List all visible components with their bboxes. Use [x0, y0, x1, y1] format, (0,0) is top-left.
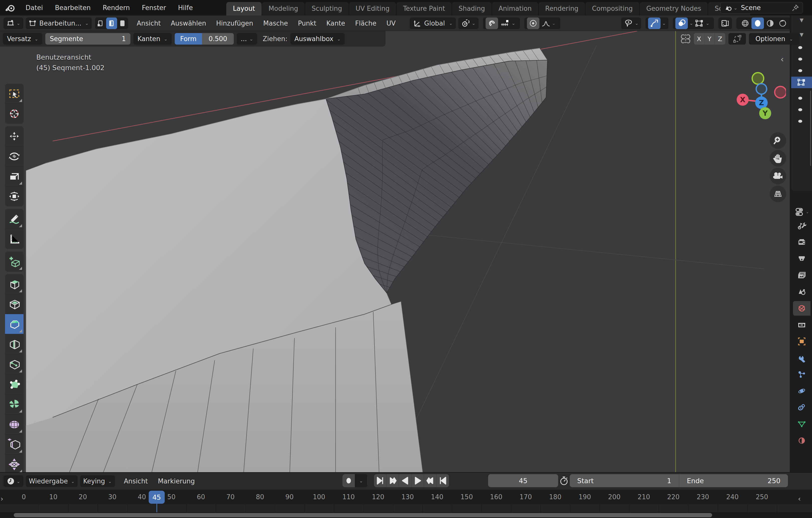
tool-annotate[interactable]: [5, 209, 24, 229]
tab-geometry-nodes[interactable]: Geometry Nodes: [640, 2, 707, 16]
vp-menu-uv[interactable]: UV: [381, 20, 401, 27]
properties-tab-collection[interactable]: [793, 318, 811, 332]
tab-modeling[interactable]: Modeling: [262, 2, 304, 16]
tool-spin[interactable]: [5, 394, 24, 414]
current-frame-field[interactable]: 45: [488, 474, 558, 487]
play-reverse-button[interactable]: [399, 474, 411, 487]
visibility-dropdown[interactable]: ⌄: [621, 18, 641, 29]
tool-extrude-region[interactable]: [5, 274, 24, 294]
tool-smooth[interactable]: [5, 414, 24, 434]
tool-scale[interactable]: [5, 166, 24, 186]
vp-menu-auswhlen[interactable]: Auswählen: [166, 20, 211, 27]
tab-shading[interactable]: Shading: [452, 2, 492, 16]
sidebar-collapse-arrow[interactable]: ‹: [780, 54, 784, 64]
navigation-gizmo[interactable]: X Z Y: [726, 51, 786, 134]
vp-menu-punkt[interactable]: Punkt: [293, 20, 321, 27]
jump-to-end-button[interactable]: [437, 474, 449, 487]
timeline-editor-button[interactable]: ⌄: [3, 475, 23, 487]
menu-bearbeiten[interactable]: Bearbeiten: [49, 2, 97, 13]
tool-poly-build[interactable]: [5, 374, 24, 394]
end-frame-field[interactable]: Ende250: [679, 474, 788, 487]
tool-cursor[interactable]: [5, 104, 24, 124]
gizmo-y-neg[interactable]: [752, 73, 764, 84]
prev-keyframe-button[interactable]: [386, 474, 399, 487]
shading-wireframe[interactable]: [739, 18, 751, 29]
properties-tab-particles[interactable]: [793, 367, 811, 382]
form-value-field[interactable]: 0.500: [202, 33, 234, 45]
outliner-selected-item[interactable]: [791, 77, 812, 88]
gizmo-x-neg[interactable]: [775, 86, 786, 98]
tool-bevel[interactable]: [5, 314, 24, 334]
xray-gizmos-dropdown[interactable]: ⌄: [693, 18, 712, 29]
shading-material[interactable]: [764, 18, 777, 29]
select-mode-face[interactable]: [117, 18, 128, 29]
timeline-right-arrow[interactable]: ‹: [798, 495, 801, 503]
properties-tab-constraints[interactable]: [793, 400, 811, 415]
shading-solid[interactable]: [751, 18, 764, 29]
tool-move[interactable]: [5, 126, 24, 146]
properties-tab-tool[interactable]: [793, 218, 811, 233]
menu-hilfe[interactable]: Hilfe: [172, 2, 199, 13]
properties-tab-world[interactable]: [793, 301, 811, 316]
editor-type-button[interactable]: ⌄: [3, 18, 23, 29]
vp-menu-kante[interactable]: Kante: [321, 20, 350, 27]
tool-select-box[interactable]: [5, 84, 24, 104]
pivot-point-dropdown[interactable]: ⌄: [458, 18, 478, 29]
correct-face-attributes-button[interactable]: [728, 33, 746, 45]
tool-knife[interactable]: [5, 354, 24, 374]
keying-set-dropdown[interactable]: ⌄: [355, 474, 368, 487]
xray-toggle[interactable]: [718, 18, 732, 29]
timeline-left-arrow[interactable]: ›: [0, 495, 3, 503]
timeline-track[interactable]: [0, 504, 812, 512]
mirror-icon[interactable]: [680, 33, 691, 44]
keying-dropdown[interactable]: Keying⌄: [80, 475, 115, 487]
snap-toggle[interactable]: [486, 18, 498, 29]
tab-layout[interactable]: Layout: [226, 2, 261, 16]
mode-dropdown[interactable]: Bearbeitun... ⌄: [26, 18, 92, 29]
properties-tab-scene[interactable]: [793, 284, 811, 299]
select-mode-edge[interactable]: [106, 18, 117, 29]
menu-rendern[interactable]: Rendern: [97, 2, 136, 13]
tool-measure[interactable]: [5, 229, 24, 249]
ortho-toggle-button[interactable]: [770, 186, 786, 202]
tab-texture-paint[interactable]: Texture Paint: [397, 2, 452, 16]
play-forward-button[interactable]: [411, 474, 424, 487]
outliner-object-dot[interactable]: [798, 108, 802, 111]
properties-tab-render[interactable]: [793, 235, 811, 249]
menu-fenster[interactable]: Fenster: [136, 2, 172, 13]
tool-add-cube[interactable]: [5, 251, 24, 272]
vp-menu-hinzufgen[interactable]: Hinzufügen: [211, 20, 258, 27]
scene-name[interactable]: Scene: [741, 4, 791, 11]
blender-logo-icon[interactable]: [4, 2, 16, 13]
pan-button[interactable]: [770, 150, 786, 167]
bevel-preset-dropdown[interactable]: Versatz⌄: [3, 33, 42, 45]
orientation-dropdown[interactable]: Global ⌄: [410, 18, 456, 29]
mirror-axis-z[interactable]: Z: [715, 33, 725, 45]
use-preview-range-button[interactable]: [558, 476, 570, 486]
tab-rendering[interactable]: Rendering: [539, 2, 585, 16]
auto-key-button[interactable]: [342, 474, 355, 487]
properties-tab-object[interactable]: [793, 334, 811, 349]
gizmo-z-neg[interactable]: [756, 84, 767, 94]
options-dropdown[interactable]: Optionen⌄: [749, 33, 800, 45]
tab-uv-editing[interactable]: UV Editing: [349, 2, 396, 16]
tool-loop-cut[interactable]: [5, 334, 24, 354]
tab-animation[interactable]: Animation: [492, 2, 539, 16]
camera-view-button[interactable]: [770, 168, 786, 184]
shading-rendered[interactable]: [777, 18, 789, 29]
next-keyframe-button[interactable]: [424, 474, 437, 487]
mirror-axis-y[interactable]: Y: [704, 33, 715, 45]
show-gizmo-toggle[interactable]: [648, 18, 661, 29]
tool-edge-slide[interactable]: [5, 434, 24, 454]
properties-tab-output[interactable]: [793, 251, 811, 266]
tab-compositing[interactable]: Compositing: [585, 2, 639, 16]
properties-tab-material[interactable]: [793, 433, 811, 448]
pin-icon[interactable]: [791, 3, 800, 12]
tool-shrink-fatten[interactable]: [5, 454, 24, 472]
auswahlbox-dropdown[interactable]: Auswahlbox⌄: [290, 33, 345, 45]
tool-inset-faces[interactable]: [5, 294, 24, 314]
outliner-scrollbar[interactable]: [810, 91, 811, 166]
playback-dropdown[interactable]: Wiedergabe⌄: [26, 475, 78, 487]
form-toggle[interactable]: Form: [175, 33, 202, 45]
start-frame-field[interactable]: Start1: [570, 474, 679, 487]
